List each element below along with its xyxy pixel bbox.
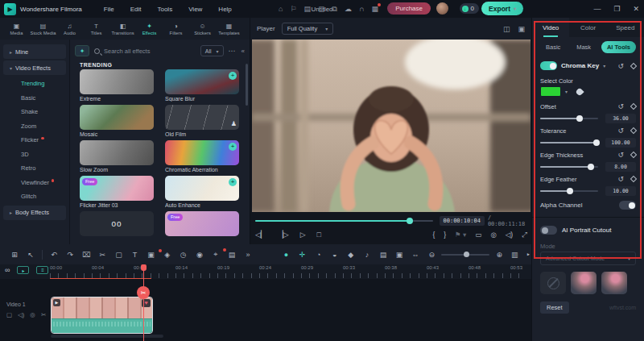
timeline-ruler[interactable]: 00:00 00:04 00:09 00:14 00:19 00:24 00:2…	[0, 264, 531, 279]
menu-file[interactable]: File	[97, 3, 122, 15]
effect-thumbnail[interactable]	[80, 69, 154, 94]
split-view-button[interactable]: ▤	[375, 251, 391, 259]
edge-thickness-value[interactable]: 8.00	[605, 162, 636, 172]
minimize-button[interactable]: —	[593, 5, 601, 13]
video-frame[interactable]	[252, 40, 530, 212]
track-size-icon[interactable]: ▢	[6, 311, 12, 318]
color-button[interactable]: ◉	[192, 251, 208, 259]
effect-thumbnail[interactable]: +	[165, 140, 239, 165]
keyframe-button[interactable]: ◈	[159, 251, 175, 259]
tab-speed[interactable]: Speed	[607, 18, 644, 37]
store-icon[interactable]: ⌂	[279, 5, 283, 14]
fit-timeline-button[interactable]: ⇔	[407, 251, 423, 259]
keyframe-diamond-icon[interactable]	[630, 62, 637, 69]
zoom-slider-thumb[interactable]	[464, 252, 469, 257]
offset-value[interactable]: 36.00	[605, 114, 636, 123]
sidebar-group-body-effects[interactable]: ▸Body Effects	[3, 206, 66, 220]
avatar[interactable]	[436, 2, 448, 15]
current-timecode[interactable]: 00:00:10:04	[440, 216, 485, 226]
reset-icon[interactable]: ↺	[617, 62, 624, 70]
zoom-out-button[interactable]: ⊖	[427, 251, 436, 259]
keyframe-diamond-icon[interactable]	[630, 127, 637, 134]
rewards-icon[interactable]: ▦	[371, 5, 378, 14]
effect-thumbnail[interactable]: +	[165, 69, 239, 94]
mute-track-icon[interactable]: ◁)	[18, 311, 24, 318]
effects-category-icon[interactable]: ✦	[75, 45, 89, 56]
motion-tracking-button[interactable]: ⌖	[208, 250, 224, 259]
tab-templates[interactable]: ▦Templates	[216, 23, 242, 35]
menu-edit[interactable]: Edit	[123, 3, 149, 15]
device-icon[interactable]: ▢	[318, 5, 325, 14]
menu-tools[interactable]: Tools	[150, 3, 180, 15]
timeline-zoom-slider[interactable]	[441, 254, 489, 256]
auto-ripple-icon[interactable]: ▸	[17, 266, 29, 274]
volume-button[interactable]: ◁)	[506, 231, 513, 239]
edge-thickness-slider[interactable]	[540, 166, 598, 168]
effect-thumbnail[interactable]: +	[165, 176, 239, 201]
chevron-down-icon[interactable]: ▾	[565, 89, 568, 94]
effect-item-mosaic[interactable]: Mosaic	[80, 105, 154, 137]
cutout-option-2[interactable]	[601, 272, 627, 294]
sidebar-group-video-effects[interactable]: ▾Video Effects	[3, 60, 66, 75]
collapse-panel-icon[interactable]: «	[242, 48, 245, 55]
cutout-option-1[interactable]	[571, 272, 597, 294]
coins-badge[interactable]: ↓0	[460, 3, 479, 14]
chroma-key-toggle[interactable]	[540, 61, 557, 70]
subtab-mask[interactable]: Mask	[571, 41, 597, 53]
sidebar-item-shake[interactable]: Shake	[0, 105, 69, 119]
effect-thumbnail[interactable]	[80, 105, 154, 130]
effect-item-extreme[interactable]: Extreme	[80, 69, 154, 102]
sidebar-item-flicker[interactable]: Flicker	[0, 133, 69, 148]
effect-item-old-film[interactable]: ♟ Old Film	[165, 105, 239, 137]
tab-audio[interactable]: ♫Audio	[56, 23, 83, 35]
seek-bar[interactable]	[255, 220, 433, 222]
reset-icon[interactable]: ↺	[617, 175, 624, 183]
image-view-icon[interactable]: ▣	[518, 25, 525, 33]
seek-thumb[interactable]	[407, 218, 413, 224]
pointer-tool-icon[interactable]: ↖	[23, 251, 39, 259]
link-clips-icon[interactable]: ∞	[5, 266, 10, 274]
redo-button[interactable]: ↷	[62, 251, 78, 259]
menu-view[interactable]: View	[181, 3, 209, 15]
more-tools-button[interactable]: »	[240, 251, 256, 259]
sidebar-item-viewfinder[interactable]: Viewfinder	[0, 176, 69, 190]
snapshot-button[interactable]: ◎	[490, 231, 496, 239]
tab-transitions[interactable]: ◧Transitions	[109, 23, 136, 35]
timeline-tracks[interactable]: Video 1 ▢ ◁) ◎ ✂ ▶ ♥	[0, 279, 531, 341]
cloud-icon[interactable]: ☁	[345, 5, 352, 14]
support-icon[interactable]: ∩	[359, 5, 364, 14]
sidebar-item-retro[interactable]: Retro	[0, 161, 69, 176]
marker-button[interactable]: ⚑ ▾	[455, 231, 466, 239]
speed-ramp-button[interactable]: ◔	[311, 251, 327, 259]
sidebar-group-mine[interactable]: ▸Mine	[3, 44, 66, 59]
mark-out-button[interactable]: }	[444, 231, 446, 239]
more-icon[interactable]: ‣	[525, 251, 531, 259]
track-manager-icon[interactable]: ▥	[509, 251, 520, 259]
next-frame-button[interactable]: ▕▷	[278, 231, 289, 239]
undo-button[interactable]: ↶	[46, 251, 62, 259]
alpha-channel-toggle[interactable]	[619, 201, 636, 210]
tab-media[interactable]: ▣Media	[3, 23, 30, 35]
pip-view-button[interactable]: ▣	[391, 251, 407, 259]
more-options-icon[interactable]: ⋯	[229, 47, 237, 55]
zoom-in-button[interactable]: ⊕	[494, 251, 504, 259]
effect-item-auto-enhance[interactable]: + Auto Enhance	[165, 176, 239, 208]
reset-icon[interactable]: ↺	[617, 127, 624, 135]
keyframe-diamond-icon[interactable]	[630, 176, 637, 182]
effect-item-slow-zoom[interactable]: Slow Zoom	[80, 140, 154, 173]
search-input[interactable]: Search all effects	[94, 44, 196, 57]
split-button[interactable]: ✂	[94, 251, 110, 259]
keyframe-diamond-icon[interactable]	[630, 103, 637, 110]
tab-stock-media[interactable]: ▤Stock Media	[30, 23, 56, 35]
video-clip[interactable]: ▶ ♥	[51, 297, 153, 334]
copy-icon[interactable]: ⧉	[332, 5, 337, 14]
effect-item-flicker-jitter-03[interactable]: Free Flicker Jitter 03	[80, 176, 154, 208]
tab-effects[interactable]: ✦Effects	[136, 23, 163, 35]
effect-item[interactable]: oo	[80, 211, 154, 236]
play-button[interactable]: ▷	[300, 231, 306, 239]
chevron-down-icon[interactable]: ▾	[603, 63, 605, 69]
scrollbar[interactable]	[246, 64, 248, 106]
previous-frame-button[interactable]: ◁▏	[255, 231, 266, 239]
ai-portrait-toggle[interactable]	[540, 226, 557, 235]
keyframe-diamond-icon[interactable]	[630, 152, 637, 158]
